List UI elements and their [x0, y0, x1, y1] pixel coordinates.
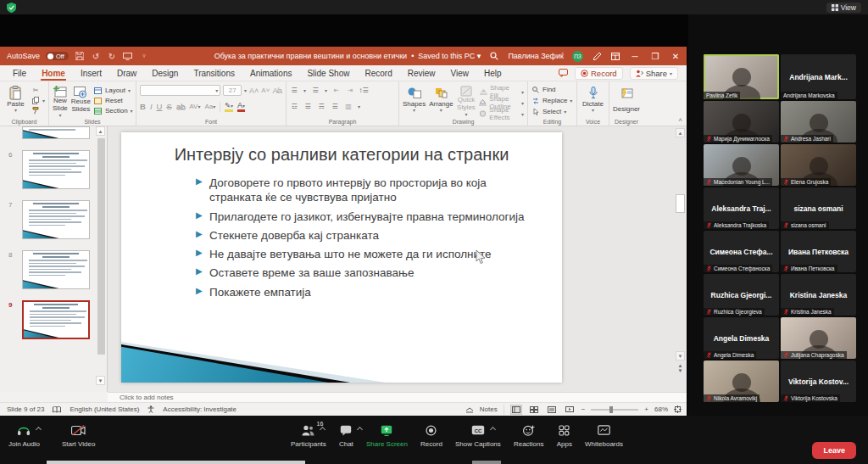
spellcheck-book-icon[interactable]	[53, 406, 61, 413]
leave-button[interactable]: Leave	[812, 442, 856, 459]
join-audio-button[interactable]: Join Audio	[8, 423, 40, 448]
cut-button[interactable]: ✂	[31, 87, 45, 94]
zoom-out-button[interactable]: −	[581, 405, 586, 413]
slide-counter[interactable]: Slide 9 of 23	[7, 405, 44, 413]
accessibility-status[interactable]: Accessibility: Investigate	[163, 405, 236, 413]
participant-tile-10[interactable]: Ивана ПетковскаИвана Петковска	[781, 231, 856, 272]
user-name[interactable]: Павлина Зефиќ	[508, 52, 564, 60]
numbering-icon[interactable]: ☰	[311, 87, 320, 94]
ribbon-display-options-icon[interactable]	[610, 51, 620, 61]
slide-scroll-down-icon[interactable]: ▼	[676, 351, 685, 361]
chat-button[interactable]: Chat	[339, 423, 353, 448]
editing-mode-pencil-icon[interactable]	[592, 51, 602, 61]
tab-record[interactable]: Record	[357, 67, 399, 80]
designer-button[interactable]: Designer	[613, 84, 640, 115]
start-video-button[interactable]: Start Video	[62, 423, 95, 448]
record-button[interactable]: Record	[420, 423, 442, 448]
increase-font-icon[interactable]: A˄	[249, 84, 259, 97]
font-size-combobox[interactable]: 27	[223, 85, 242, 96]
text-shadow-icon[interactable]: ab	[176, 102, 186, 111]
restore-button[interactable]: ❐	[649, 52, 661, 61]
tab-home[interactable]: Home	[34, 67, 73, 80]
caret-up-icon[interactable]	[357, 427, 363, 433]
previous-slide-icon[interactable]: ▲▼	[676, 363, 685, 373]
quick-access-caret-icon[interactable]: ▿	[139, 51, 149, 61]
autosave-toggle[interactable]: Off	[46, 52, 69, 60]
arrange-button[interactable]: Arrange▾	[429, 84, 453, 115]
close-button[interactable]: ✕	[670, 52, 682, 61]
undo-icon[interactable]: ↺	[91, 51, 101, 61]
normal-view-button[interactable]	[510, 405, 522, 415]
slideshow-view-button[interactable]	[564, 405, 576, 415]
align-left-icon[interactable]: ☲	[290, 103, 298, 110]
notes-placeholder[interactable]: Click to add notes	[108, 392, 687, 402]
new-slide-button[interactable]: New Slide ▾	[53, 84, 68, 115]
decrease-font-icon[interactable]: A˅	[261, 84, 270, 97]
bold-icon[interactable]: B	[140, 102, 146, 111]
participant-tile-15[interactable]: Nikola Avramovikj	[704, 361, 779, 402]
tab-draw[interactable]: Draw	[109, 67, 144, 80]
font-color-icon[interactable]: A▾	[237, 101, 245, 112]
thumbnail-preview[interactable]	[22, 250, 90, 289]
format-painter-button[interactable]	[31, 107, 45, 115]
highlight-color-icon[interactable]: ✎▾	[225, 102, 233, 112]
reactions-button[interactable]: Reactions	[514, 423, 544, 448]
slide-scrollbar[interactable]: ▲ ▼ ▲▼	[675, 128, 685, 394]
slide-scroll-up-icon[interactable]: ▲	[676, 128, 685, 137]
thumbnail-preview[interactable]	[22, 150, 90, 189]
participant-tile-7[interactable]: Aleksandra Traj...Aleksandra Trajkoska	[704, 187, 779, 229]
slide-title[interactable]: Интервју со ранливи категории на странки	[121, 132, 562, 165]
participant-tile-8[interactable]: sizana osmanisizana osmani	[781, 187, 856, 229]
zoom-in-button[interactable]: +	[644, 405, 648, 413]
notes-toggle[interactable]: Notes	[480, 405, 498, 413]
participant-tile-6[interactable]: Elena Grujoska	[781, 144, 856, 186]
columns-icon[interactable]: ▥	[344, 103, 353, 110]
apps-button[interactable]: Apps	[557, 423, 572, 448]
thumbnail-partial[interactable]	[0, 126, 107, 139]
scroll-down-icon[interactable]: ▼	[96, 376, 105, 385]
thumbnail-preview[interactable]	[22, 300, 90, 339]
slide-sorter-view-button[interactable]	[528, 405, 540, 415]
find-button[interactable]: Find	[531, 86, 572, 93]
character-spacing-icon[interactable]: A︎V▾	[189, 103, 200, 110]
tab-design[interactable]: Design	[144, 67, 186, 80]
reuse-slides-button[interactable]: Reuse Slides	[71, 84, 91, 115]
underline-icon[interactable]: U	[157, 102, 163, 111]
collapse-ribbon-icon[interactable]: ˄	[678, 116, 682, 124]
zoom-slider-knob[interactable]	[609, 406, 613, 413]
select-button[interactable]: Select▾	[531, 108, 572, 115]
clear-formatting-icon[interactable]: A̸a	[272, 84, 282, 97]
caret-up-icon[interactable]	[36, 427, 42, 433]
share-screen-button[interactable]: Share Screen	[366, 423, 408, 448]
show-captions-button[interactable]: CCShow Captions	[455, 423, 501, 448]
decrease-indent-icon[interactable]: ⇤	[332, 87, 341, 94]
reading-view-button[interactable]	[546, 405, 558, 415]
align-center-icon[interactable]: ☰	[303, 103, 312, 110]
paste-button[interactable]: Paste ▾	[3, 84, 28, 115]
thumbnail-slide-6[interactable]: 6	[0, 150, 107, 189]
section-button[interactable]: Section▾	[94, 107, 133, 115]
participant-tile-13[interactable]: Angela DimeskaAngela Dimeska	[704, 317, 779, 359]
font-name-combobox[interactable]: ▾	[140, 85, 220, 96]
change-case-icon[interactable]: Aa▾	[204, 103, 215, 110]
tab-transitions[interactable]: Transitions	[186, 67, 242, 80]
slide-scrollbar-thumb[interactable]	[676, 194, 685, 213]
quick-styles-button[interactable]: Quick Styles▾	[457, 84, 476, 115]
slide-canvas[interactable]: Интервју со ранливи категории на странки…	[121, 132, 562, 383]
tab-slide-show[interactable]: Slide Show	[299, 67, 357, 80]
participant-tile-4[interactable]: Andresa Jashari	[781, 101, 856, 143]
caret-up-icon[interactable]	[320, 427, 326, 433]
participant-tile-11[interactable]: Ruzhica Gjeorgi...Ruzhica Gjeorgieva	[704, 274, 779, 316]
tab-help[interactable]: Help	[476, 67, 509, 80]
minimize-button[interactable]: ─	[629, 52, 641, 61]
tab-animations[interactable]: Animations	[242, 67, 299, 80]
view-button[interactable]: View	[826, 3, 861, 13]
language-selector[interactable]: English (United States)	[70, 405, 139, 413]
slide-bullet-list[interactable]: ▶Договорете го првото интервју во просто…	[121, 176, 562, 299]
record-presentation-button[interactable]: Record	[575, 67, 623, 80]
participant-tile-14[interactable]: Julijana Chapragoska	[781, 317, 856, 359]
share-button[interactable]: Share ▾	[630, 67, 678, 80]
tab-file[interactable]: File	[5, 67, 34, 80]
thumbnail-preview[interactable]	[22, 200, 90, 239]
participant-tile-2[interactable]: Andrijana Mark...Andrijana Markovska	[781, 54, 856, 99]
